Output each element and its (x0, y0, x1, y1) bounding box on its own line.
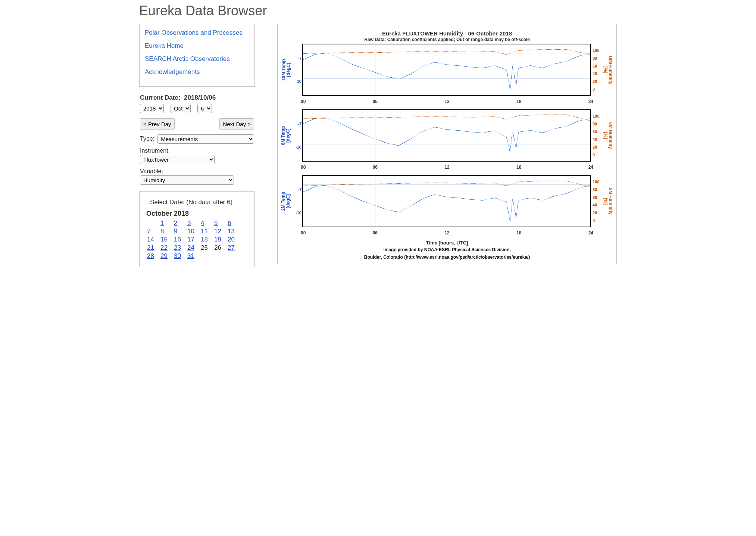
chart-subplot-2m: 2M Temp[degC]-7-101008060402002M Humidit… (282, 175, 612, 227)
month-select[interactable]: Oct (171, 104, 191, 113)
calendar-cell: 11 (200, 227, 213, 236)
calendar-day-link[interactable]: 18 (201, 236, 208, 243)
calendar-panel: Select Date: (No data after 6) October 2… (139, 191, 255, 267)
left-ytick: -10 (291, 145, 302, 149)
calendar-day-link[interactable]: 29 (160, 252, 168, 259)
calendar-table: 1234567891011121314151617181920212223242… (146, 219, 240, 260)
calendar-cell: 16 (173, 236, 187, 244)
calendar-day-link[interactable]: 10 (187, 228, 194, 235)
calendar-day-link[interactable]: 6 (228, 219, 231, 227)
date-controls: Current Date: 2018/10/06 2018 Oct 6 < Pr… (139, 94, 255, 185)
variable-select[interactable]: Humidity (140, 175, 234, 185)
chart-credit-2: Boulder, Colorado (http://www.esrl.noaa.… (282, 255, 612, 261)
calendar-day-link[interactable]: 11 (201, 228, 208, 235)
plot-area (302, 175, 591, 227)
calendar-cell: 15 (160, 236, 173, 244)
calendar-day-link[interactable]: 23 (174, 244, 181, 251)
calendar-cell: 3 (187, 219, 200, 227)
calendar-day-link[interactable]: 13 (228, 228, 235, 235)
right-ytick: 40 (593, 71, 603, 76)
calendar-day-link[interactable]: 20 (228, 236, 235, 243)
day-select[interactable]: 6 (197, 104, 212, 113)
calendar-day-link[interactable]: 8 (160, 228, 164, 235)
calendar-day-link[interactable]: 19 (214, 236, 221, 243)
series-2m-temp-degc- (303, 185, 590, 221)
calendar-day-link[interactable]: 1 (160, 219, 164, 227)
calendar-cell: 26 (213, 244, 227, 252)
calendar-cell: 10 (187, 227, 200, 236)
calendar-day-link[interactable]: 30 (174, 252, 181, 259)
left-ytick: -7 (291, 187, 302, 192)
calendar-day-link[interactable]: 24 (187, 244, 194, 251)
xtick: 00 (301, 99, 306, 104)
next-day-button[interactable]: Next Day > (219, 118, 254, 130)
right-axis-label: 10M Humidity[%] (603, 55, 613, 84)
series-6m-temp-degc- (303, 118, 590, 152)
nav-link-eureka-home[interactable]: Eureka Home (145, 42, 249, 50)
type-select[interactable]: Measurements (157, 134, 254, 144)
calendar-day-link[interactable]: 3 (187, 219, 191, 227)
calendar-cell: 4 (200, 219, 213, 227)
xtick: 06 (373, 165, 378, 170)
calendar-day-link[interactable]: 28 (147, 252, 154, 259)
right-ytick: 80 (593, 56, 603, 60)
calendar-day-link[interactable]: 17 (187, 236, 194, 243)
series-2m-humidity- (303, 181, 590, 187)
variable-label: Variable: (140, 168, 254, 175)
chart-xlabel: Time [hours, UTC] (282, 240, 612, 246)
instrument-select[interactable]: FluxTower (140, 155, 215, 164)
type-label: Type: (140, 135, 154, 142)
calendar-day-link[interactable]: 5 (214, 219, 218, 227)
nav-link-search-arctic[interactable]: SEARCH Arctic Observatories (145, 55, 249, 63)
left-ytick: -7 (291, 122, 302, 126)
right-ytick: 0 (593, 87, 603, 91)
calendar-day-link[interactable]: 2 (174, 219, 177, 227)
right-ytick: 100 (593, 114, 603, 118)
calendar-cell: 27 (227, 244, 240, 252)
calendar-cell: 21 (146, 244, 160, 252)
series-10m-temp-degc- (303, 53, 590, 89)
calendar-day-link[interactable]: 14 (147, 236, 154, 243)
calendar-day-link[interactable]: 9 (174, 228, 177, 235)
nav-link-acknowledgements[interactable]: Acknowledgements (145, 68, 249, 77)
right-ytick: 60 (593, 130, 603, 134)
calendar-cell: 25 (200, 244, 213, 252)
calendar-cell: 6 (227, 219, 240, 227)
calendar-day-link[interactable]: 31 (187, 252, 194, 259)
xtick: 18 (516, 230, 521, 236)
year-select[interactable]: 2018 (140, 104, 164, 113)
calendar-cell: 14 (146, 236, 160, 244)
calendar-cell: 30 (173, 252, 187, 260)
right-ytick: 80 (593, 187, 603, 192)
chart-subplot-10m: 10M Temp[degC]-7-1010080604020010M Humid… (282, 44, 612, 96)
calendar-day-link[interactable]: 15 (160, 236, 168, 243)
left-ytick: -10 (291, 79, 302, 84)
calendar-day-link[interactable]: 4 (201, 219, 204, 227)
chart-credit-1: Image provided by NOAA-ESRL Physical Sci… (282, 247, 612, 253)
xtick: 18 (516, 99, 521, 104)
chart-title: Eureka FLUXTOWER Humidity - 06-October-2… (282, 30, 612, 37)
calendar-cell: 12 (213, 227, 227, 236)
calendar-day-link[interactable]: 22 (160, 244, 168, 251)
calendar-day-link[interactable]: 21 (147, 244, 154, 251)
plot-area (302, 44, 591, 96)
calendar-day-link[interactable]: 27 (228, 244, 235, 251)
calendar-day-link[interactable]: 12 (214, 228, 221, 235)
calendar-cell: 9 (173, 227, 187, 236)
prev-day-button[interactable]: < Prev Day (140, 118, 175, 130)
right-ytick: 60 (593, 64, 603, 68)
right-ytick: 80 (593, 122, 603, 126)
calendar-cell (146, 219, 160, 227)
right-ytick: 60 (593, 195, 603, 200)
xtick: 06 (373, 99, 378, 104)
xtick: 24 (588, 230, 593, 236)
right-axis-label: 6M Humidity[%] (603, 122, 613, 149)
xtick: 18 (516, 165, 521, 170)
calendar-heading: Select Date: (No data after 6) (150, 199, 248, 206)
calendar-day-nolink: 26 (214, 244, 221, 251)
xtick: 12 (444, 99, 449, 104)
xtick: 24 (588, 99, 593, 104)
calendar-day-link[interactable]: 16 (174, 236, 181, 243)
calendar-day-link[interactable]: 7 (147, 228, 150, 235)
nav-link-polar[interactable]: Polar Observations and Processes (145, 29, 249, 37)
